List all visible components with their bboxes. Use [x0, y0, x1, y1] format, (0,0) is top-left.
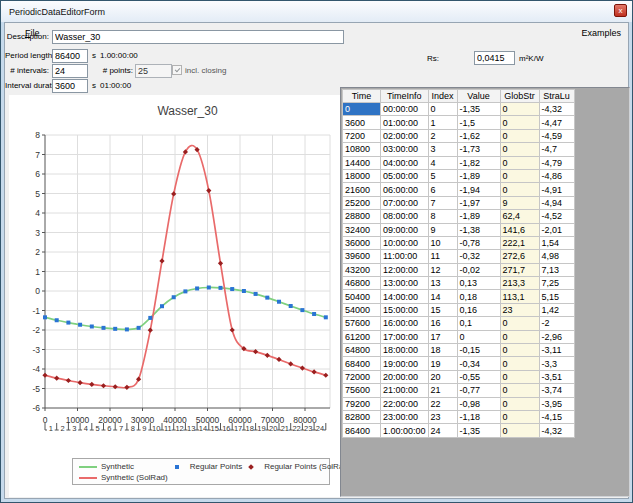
- table-cell[interactable]: -0,78: [457, 236, 500, 249]
- table-cell[interactable]: 0: [500, 424, 539, 437]
- table-cell[interactable]: 39600: [343, 250, 381, 263]
- table-cell[interactable]: 113,1: [500, 290, 539, 303]
- table-cell[interactable]: 0: [500, 357, 539, 370]
- table-cell[interactable]: 0: [500, 156, 539, 169]
- col-header-timeinfo[interactable]: TimeInfo: [381, 90, 429, 103]
- table-cell[interactable]: 1.00:00:00: [381, 424, 429, 437]
- col-header-index[interactable]: Index: [428, 90, 457, 103]
- table-cell[interactable]: 06:00:00: [381, 183, 429, 196]
- table-cell[interactable]: 0,16: [457, 303, 500, 316]
- table-cell[interactable]: 2: [428, 129, 457, 142]
- table-cell[interactable]: -0,98: [457, 397, 500, 410]
- table-cell[interactable]: 03:00:00: [381, 143, 429, 156]
- table-cell[interactable]: 0: [500, 183, 539, 196]
- table-cell[interactable]: 19:00:00: [381, 357, 429, 370]
- table-cell[interactable]: 1,42: [539, 303, 574, 316]
- table-cell[interactable]: 3: [428, 143, 457, 156]
- table-cell[interactable]: 21600: [343, 183, 381, 196]
- table-cell[interactable]: 13:00:00: [381, 277, 429, 290]
- table-cell[interactable]: 0: [428, 103, 457, 116]
- table-cell[interactable]: -2: [539, 317, 574, 330]
- close-button[interactable]: x: [614, 4, 627, 17]
- table-cell[interactable]: 14400: [343, 156, 381, 169]
- table-cell[interactable]: 4,98: [539, 250, 574, 263]
- table-cell[interactable]: 11:00:00: [381, 250, 429, 263]
- table-cell[interactable]: -3,11: [539, 344, 574, 357]
- table-cell[interactable]: -4,59: [539, 129, 574, 142]
- table-cell[interactable]: -1,89: [457, 169, 500, 182]
- table-cell[interactable]: 05:00:00: [381, 169, 429, 182]
- table-cell[interactable]: 5,15: [539, 290, 574, 303]
- interval-duration-input[interactable]: [52, 79, 88, 93]
- table-cell[interactable]: 4: [428, 156, 457, 169]
- table-cell[interactable]: 21:00:00: [381, 384, 429, 397]
- table-cell[interactable]: -4,94: [539, 196, 574, 209]
- table-cell[interactable]: 8: [428, 210, 457, 223]
- table-cell[interactable]: 7,25: [539, 277, 574, 290]
- table-cell[interactable]: 6: [428, 183, 457, 196]
- table-cell[interactable]: -1,94: [457, 183, 500, 196]
- table-cell[interactable]: 20:00:00: [381, 370, 429, 383]
- table-cell[interactable]: 46800: [343, 277, 381, 290]
- table-cell[interactable]: -3,51: [539, 370, 574, 383]
- table-cell[interactable]: 22:00:00: [381, 397, 429, 410]
- col-header-value[interactable]: Value: [457, 90, 500, 103]
- table-cell[interactable]: -4,32: [539, 424, 574, 437]
- table-cell[interactable]: 54000: [343, 303, 381, 316]
- table-cell[interactable]: 01:00:00: [381, 116, 429, 129]
- table-cell[interactable]: -0,15: [457, 344, 500, 357]
- table-cell[interactable]: -0,02: [457, 263, 500, 276]
- table-cell[interactable]: -1,18: [457, 410, 500, 423]
- table-cell[interactable]: 00:00:00: [381, 103, 429, 116]
- table-cell[interactable]: 16: [428, 317, 457, 330]
- table-cell[interactable]: 10: [428, 236, 457, 249]
- table-cell[interactable]: 1,54: [539, 236, 574, 249]
- incl-closing-checkbox[interactable]: [172, 65, 182, 75]
- table-cell[interactable]: 17:00:00: [381, 330, 429, 343]
- table-cell[interactable]: 68400: [343, 357, 381, 370]
- table-cell[interactable]: 0,18: [457, 290, 500, 303]
- table-cell[interactable]: -3,3: [539, 357, 574, 370]
- table-cell[interactable]: -1,35: [457, 103, 500, 116]
- table-cell[interactable]: 75600: [343, 384, 381, 397]
- data-table[interactable]: TimeTimeInfoIndexValueGlobStrStraLu000:0…: [342, 89, 575, 438]
- table-cell[interactable]: 23: [500, 303, 539, 316]
- table-cell[interactable]: -4,47: [539, 116, 574, 129]
- table-cell[interactable]: 50400: [343, 290, 381, 303]
- table-cell[interactable]: -3,95: [539, 397, 574, 410]
- table-cell[interactable]: 17: [428, 330, 457, 343]
- table-cell[interactable]: 0: [500, 370, 539, 383]
- table-cell[interactable]: -4,15: [539, 410, 574, 423]
- table-cell[interactable]: 04:00:00: [381, 156, 429, 169]
- table-cell[interactable]: 43200: [343, 263, 381, 276]
- table-cell[interactable]: 23:00:00: [381, 410, 429, 423]
- description-input[interactable]: [52, 30, 344, 44]
- table-cell[interactable]: 72000: [343, 370, 381, 383]
- table-cell[interactable]: 18000: [343, 169, 381, 182]
- table-cell[interactable]: -3,74: [539, 384, 574, 397]
- table-cell[interactable]: 7,13: [539, 263, 574, 276]
- table-cell[interactable]: -1,38: [457, 223, 500, 236]
- table-cell[interactable]: 0: [457, 330, 500, 343]
- table-cell[interactable]: -1,35: [457, 424, 500, 437]
- table-cell[interactable]: 25200: [343, 196, 381, 209]
- table-cell[interactable]: 0: [500, 317, 539, 330]
- col-header-time[interactable]: Time: [343, 90, 381, 103]
- table-cell[interactable]: 57600: [343, 317, 381, 330]
- table-cell[interactable]: -1,62: [457, 129, 500, 142]
- table-cell[interactable]: 14: [428, 290, 457, 303]
- table-cell[interactable]: 20: [428, 370, 457, 383]
- table-cell[interactable]: -1,97: [457, 196, 500, 209]
- period-length-input[interactable]: [52, 49, 88, 63]
- table-cell[interactable]: -2,96: [539, 330, 574, 343]
- table-cell[interactable]: -4,52: [539, 210, 574, 223]
- table-cell[interactable]: 13: [428, 277, 457, 290]
- table-cell[interactable]: 18: [428, 344, 457, 357]
- table-cell[interactable]: 62,4: [500, 210, 539, 223]
- table-cell[interactable]: 21: [428, 384, 457, 397]
- table-cell[interactable]: 9: [500, 196, 539, 209]
- table-cell[interactable]: -1,89: [457, 210, 500, 223]
- table-cell[interactable]: 28800: [343, 210, 381, 223]
- table-cell[interactable]: 09:00:00: [381, 223, 429, 236]
- table-cell[interactable]: 19: [428, 357, 457, 370]
